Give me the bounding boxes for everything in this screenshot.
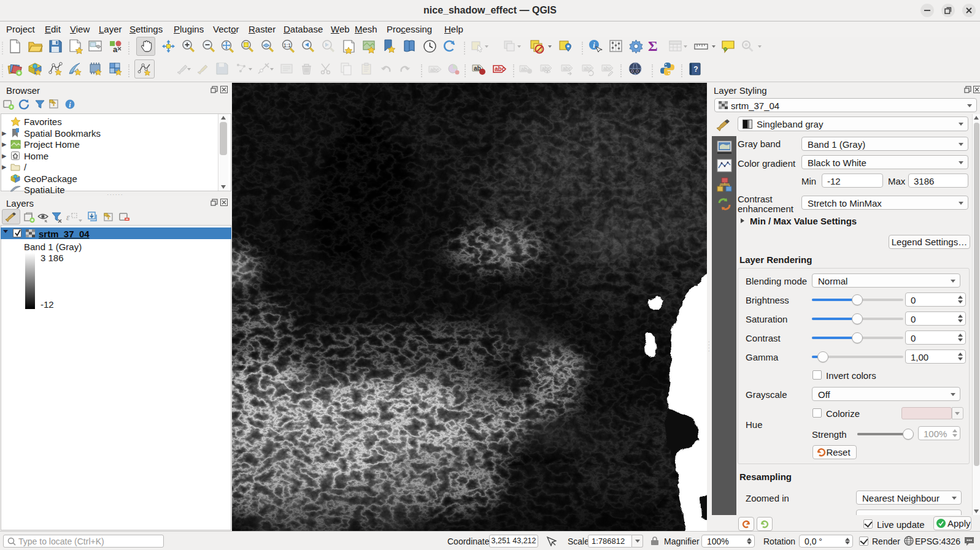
svg-text:abc: abc	[563, 66, 571, 72]
svg-text:abc: abc	[495, 66, 506, 72]
svg-text:abc: abc	[430, 67, 439, 73]
svg-text:a: a	[113, 45, 118, 54]
svg-text:ε: ε	[66, 213, 70, 222]
svg-text:ab: ab	[521, 66, 527, 72]
svg-text:abc: abc	[603, 66, 612, 72]
svg-text:?: ?	[693, 65, 698, 74]
svg-text:1:1: 1:1	[284, 42, 291, 48]
